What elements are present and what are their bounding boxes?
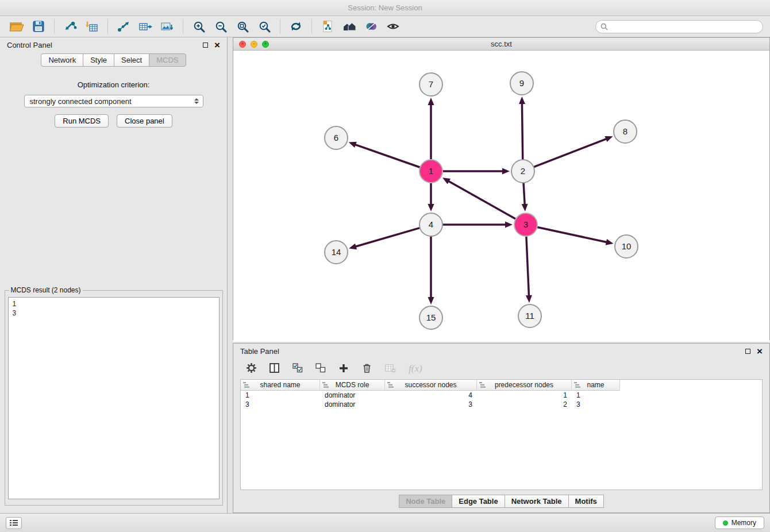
save-session-button[interactable] — [29, 18, 48, 35]
network-document-button[interactable] — [318, 18, 337, 35]
tab-motifs[interactable]: Motifs — [568, 495, 604, 508]
minimize-window-icon[interactable]: − — [251, 41, 257, 48]
graph-node-label: 2 — [521, 166, 525, 176]
graph-edge-arrow — [522, 204, 528, 211]
graph-edge[interactable] — [526, 237, 529, 296]
network-window-titlebar[interactable]: × − + scc.txt — [233, 38, 769, 51]
export-network-button[interactable] — [114, 18, 133, 35]
unselect-all-button[interactable] — [315, 363, 326, 375]
table-cell: 1 — [241, 391, 320, 400]
export-image-button[interactable] — [158, 18, 176, 35]
table-row[interactable]: 3dominator323 — [241, 400, 762, 409]
tab-mcds[interactable]: MCDS — [149, 53, 186, 67]
node-table-body: 1dominator4113dominator323 — [241, 391, 762, 489]
apply-layout-button[interactable] — [287, 18, 305, 35]
graph-node-label: 4 — [429, 219, 433, 229]
column-header-predecessor-nodes[interactable]: predecessor nodes — [477, 380, 572, 391]
control-panel-title: Control Panel — [7, 41, 52, 49]
tab-select[interactable]: Select — [114, 53, 149, 67]
graph-edge[interactable] — [355, 144, 419, 167]
graph-edge[interactable] — [538, 228, 607, 242]
zoom-selected-button[interactable] — [255, 18, 274, 35]
unselect-all-icon — [315, 363, 326, 373]
add-column-button[interactable] — [338, 363, 349, 375]
plus-icon — [338, 363, 349, 373]
show-graphics-button[interactable] — [384, 18, 402, 35]
document-network-icon — [321, 20, 334, 33]
table-cell: 3 — [241, 400, 320, 409]
export-image-icon — [160, 21, 175, 33]
graph-edge-arrow — [606, 239, 614, 245]
network-graph[interactable]: 7968124314101511 — [233, 51, 769, 340]
home-button[interactable] — [340, 18, 359, 35]
zoom-fit-icon — [237, 21, 249, 33]
window-titlebar: Session: New Session — [0, 0, 770, 16]
graph-edge[interactable] — [355, 228, 419, 247]
table-cell: 3 — [572, 400, 620, 409]
open-session-button[interactable] — [7, 18, 26, 35]
graph-node-label: 6 — [334, 133, 338, 142]
network-canvas[interactable]: 7968124314101511 — [233, 51, 769, 342]
column-header-shared-name[interactable]: shared name — [241, 380, 320, 391]
close-panel-icon[interactable]: × — [757, 346, 763, 356]
tab-node-table[interactable]: Node Table — [399, 495, 452, 508]
column-header-mcds-role[interactable]: MCDS role — [320, 380, 385, 391]
application-window: Session: New Session — [0, 0, 770, 532]
optimization-criterion-label: Optimization criterion: — [78, 80, 150, 89]
column-header-name[interactable]: name — [572, 380, 620, 391]
tab-style[interactable]: Style — [83, 53, 114, 67]
table-panel-title: Table Panel — [240, 347, 279, 356]
memory-button[interactable]: Memory — [715, 516, 764, 529]
toolbar-separator — [311, 19, 312, 34]
refresh-icon — [289, 20, 303, 33]
table-settings-button[interactable] — [246, 363, 257, 375]
maximize-window-icon[interactable]: + — [262, 41, 269, 48]
search-input[interactable] — [611, 23, 758, 31]
function-builder-button: f(x) — [409, 363, 422, 375]
window-title: Session: New Session — [348, 3, 422, 12]
tab-edge-table[interactable]: Edge Table — [452, 495, 505, 508]
mcds-panel-body: Optimization criterion: strongly connect… — [0, 69, 227, 513]
float-panel-icon[interactable] — [745, 349, 750, 354]
close-window-icon[interactable]: × — [239, 41, 246, 48]
delete-column-button[interactable] — [361, 363, 372, 375]
table-row[interactable]: 1dominator411 — [241, 391, 762, 400]
table-cell: 1 — [572, 391, 620, 400]
show-panels-button[interactable] — [6, 517, 22, 529]
graph-edge-arrow — [526, 295, 532, 303]
style-button[interactable] — [362, 18, 380, 35]
delete-table-icon — [385, 363, 396, 373]
run-mcds-button[interactable]: Run MCDS — [55, 114, 109, 128]
close-panel-button[interactable]: Close panel — [117, 114, 172, 128]
table-cell: 1 — [477, 391, 572, 400]
tab-network[interactable]: Network — [41, 53, 83, 67]
zoom-out-button[interactable] — [211, 18, 230, 35]
show-columns-button[interactable] — [270, 363, 280, 375]
export-network-icon — [117, 21, 130, 33]
graph-node-label: 15 — [426, 313, 436, 322]
table-panel: Table Panel × — [233, 343, 770, 513]
graph-edge[interactable] — [523, 183, 525, 205]
tab-network-table[interactable]: Network Table — [505, 495, 569, 508]
column-header-successor-nodes[interactable]: successor nodes — [385, 380, 477, 391]
select-all-icon — [292, 363, 303, 373]
criterion-dropdown[interactable]: strongly connected component — [24, 95, 203, 107]
zoom-in-button[interactable] — [190, 18, 208, 35]
graph-edge-arrow — [428, 204, 434, 211]
zoom-fit-button[interactable] — [233, 18, 252, 35]
select-all-button[interactable] — [292, 363, 303, 375]
graph-edge[interactable] — [534, 138, 607, 167]
export-table-icon — [138, 21, 153, 33]
search-box[interactable] — [595, 20, 763, 33]
export-table-button[interactable] — [136, 18, 155, 35]
table-panel-header: Table Panel × — [233, 344, 769, 358]
graph-edge[interactable] — [522, 103, 522, 159]
graph-edge[interactable] — [448, 181, 515, 219]
import-table-button[interactable] — [83, 18, 101, 35]
memory-status-icon — [723, 521, 728, 526]
control-panel: Control Panel × Network Style Select MCD… — [0, 37, 228, 513]
import-network-button[interactable] — [61, 18, 79, 35]
float-panel-icon[interactable] — [203, 43, 208, 48]
eye-icon — [387, 21, 399, 32]
close-panel-icon[interactable]: × — [214, 40, 220, 50]
